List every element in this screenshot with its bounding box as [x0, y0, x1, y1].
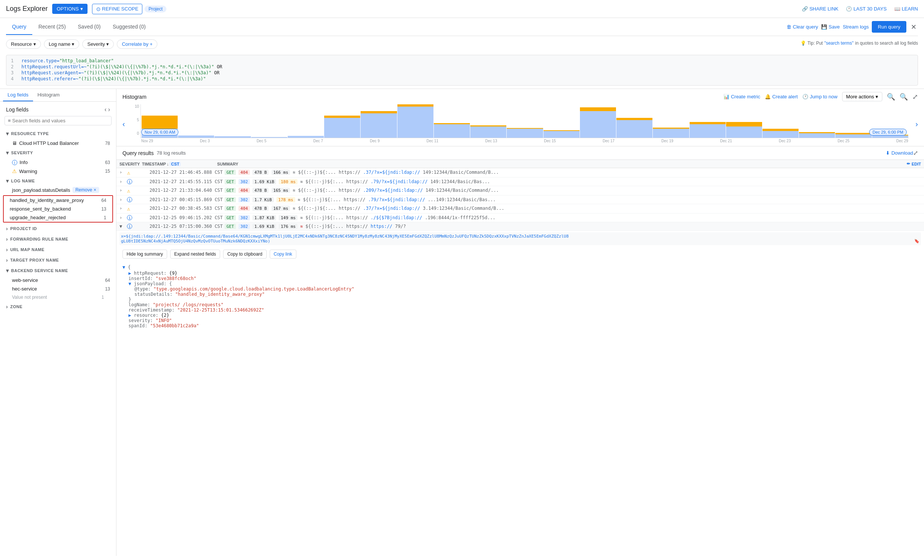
info-icon: i — [127, 197, 132, 202]
target-proxy-header[interactable]: › TARGET PROXY NAME — [0, 255, 116, 265]
range-label-right[interactable]: Dec 29, 6:00 PM — [869, 129, 907, 135]
timezone-selector[interactable]: CST — [169, 162, 181, 166]
col-timestamp[interactable]: TIMESTAMP ↓ CST — [142, 162, 217, 166]
log-row[interactable]: › i 2021-12-27 00:45:15.869 CST GET 302 … — [116, 196, 924, 204]
range-label-left[interactable]: Nov 29, 6:00 AM — [141, 129, 178, 135]
chart-main: Nov 29Dec 3Dec 5Dec 7Dec 9Dec 11Dec 13De… — [140, 104, 909, 143]
log-timestamp: 2021-12-25 09:46:15.202 CST — [149, 215, 225, 220]
expand-arrow[interactable]: › — [119, 215, 125, 220]
bar-info — [653, 129, 689, 138]
field-item-info[interactable]: i Info 63 — [0, 158, 116, 167]
bar-info — [835, 134, 871, 138]
log-row[interactable]: › ⚠ 2021-12-27 21:46:45.888 CST GET 404 … — [116, 168, 924, 178]
bar-info — [507, 129, 543, 138]
log-row[interactable]: › ⚠ 2021-12-27 00:38:45.583 CST GET 404 … — [116, 204, 924, 214]
log-row[interactable]: › ⚠ 2021-12-27 21:33:04.640 CST GET 404 … — [116, 186, 924, 196]
jump-to-now-button[interactable]: 🕐 Jump to now — [802, 94, 838, 99]
copy-clipboard-button[interactable]: Copy to clipboard — [223, 250, 266, 259]
tab-recent[interactable]: Recent (25) — [32, 19, 72, 35]
x-label: Dec 9 — [370, 139, 380, 143]
bar-info — [762, 131, 799, 138]
chart-nav-right-button[interactable]: › — [915, 119, 918, 128]
bar-info — [361, 113, 397, 138]
query-bar: Query Recent (25) Saved (0) Suggested (0… — [0, 18, 924, 89]
expand-arrow[interactable]: › — [119, 170, 125, 175]
save-button[interactable]: 💾 Save — [821, 24, 840, 30]
resource-chip[interactable]: Resource ▾ — [6, 39, 41, 49]
create-alert-button[interactable]: 🔔 Create alert — [765, 94, 798, 99]
forwarding-rule-header[interactable]: › FORWARDING RULE NAME — [0, 234, 116, 244]
query-editor[interactable]: 1 resource.type="http_load_balancer" 2 h… — [6, 55, 918, 86]
field-item-web-service[interactable]: web-service 64 — [0, 276, 116, 285]
hide-summary-button[interactable]: Hide log summary — [122, 250, 167, 259]
correlate-by-chip[interactable]: Correlate by + — [117, 39, 157, 49]
expand-arrow[interactable]: ▼ — [119, 224, 125, 229]
log-row[interactable]: › i 2021-12-27 21:45:55.115 CST GET 302 … — [116, 178, 924, 186]
share-link-button[interactable]: 🔗 SHARE LINK — [802, 6, 838, 12]
zoom-out-button[interactable]: 🔍 — [887, 93, 895, 101]
expand-resource[interactable]: ▶ — [128, 313, 131, 318]
severity-header[interactable]: ▾ SEVERITY — [0, 148, 116, 158]
create-metric-button[interactable]: 📊 Create metric — [723, 94, 760, 99]
log-name-items-box: handled_by_identity_aware_proxy 64 respo… — [3, 195, 113, 223]
field-item-warning[interactable]: ⚠ Warning 15 — [0, 167, 116, 176]
expand-arrow[interactable]: › — [119, 206, 125, 211]
run-query-button[interactable]: Run query — [872, 21, 906, 33]
filter-value-label[interactable]: json_payload.statusDetails — [12, 187, 70, 193]
project-id-header[interactable]: › PROJECT ID — [0, 223, 116, 234]
expand-fields-button[interactable]: Expand nested fields — [170, 250, 220, 259]
search-box[interactable]: ≡ — [5, 116, 112, 125]
bar-info — [324, 118, 360, 138]
field-item-cloud-http[interactable]: 🖥 Cloud HTTP Load Balancer 78 — [0, 139, 116, 148]
tab-histogram[interactable]: Histogram — [33, 89, 64, 101]
tab-log-fields[interactable]: Log fields — [3, 89, 33, 101]
search-input[interactable] — [12, 118, 108, 123]
stream-logs-button[interactable]: Stream logs — [843, 24, 869, 30]
field-item-handled[interactable]: handled_by_identity_aware_proxy 64 — [4, 196, 112, 205]
clock-icon: 🕐 — [802, 94, 808, 99]
zone-header[interactable]: › ZONE — [0, 301, 116, 312]
backend-service-header[interactable]: ▾ BACKEND SERVICE NAME — [0, 265, 116, 276]
close-button[interactable]: ✕ — [909, 21, 918, 33]
severity-chip[interactable]: Severity ▾ — [82, 39, 114, 49]
options-button[interactable]: OPTIONS ▾ — [52, 4, 88, 14]
bars-area — [140, 104, 909, 138]
field-item-upgrade[interactable]: upgrade_header_rejected 1 — [4, 213, 112, 222]
remove-filter-badge[interactable]: Remove × — [72, 187, 100, 193]
tab-query[interactable]: Query — [6, 19, 32, 35]
expanded-log-row[interactable]: ▼ i 2021-12-25 07:15:00.360 CST GET 302 … — [116, 222, 924, 231]
learn-button[interactable]: 📖 LEARN — [894, 6, 918, 12]
more-actions-button[interactable]: More actions ▾ — [842, 92, 882, 101]
expand-arrow[interactable]: › — [119, 197, 125, 202]
warning-icon: ⚠ — [12, 168, 17, 174]
col-edit[interactable]: ✏ EDIT — [907, 161, 921, 166]
field-item-hec-service[interactable]: hec-service 13 — [0, 285, 116, 293]
log-name-header[interactable]: ▾ LOG NAME — [0, 176, 116, 186]
log-row[interactable]: › i 2021-12-25 09:46:15.202 CST GET 302 … — [116, 214, 924, 222]
panel-nav-right[interactable]: › — [108, 106, 110, 113]
refine-scope-button[interactable]: ⊙ REFINE SCOPE — [92, 4, 143, 14]
zoom-in-button[interactable]: 🔍 — [900, 93, 908, 101]
tab-saved[interactable]: Saved (0) — [72, 19, 107, 35]
tab-suggested[interactable]: Suggested (0) — [107, 19, 152, 35]
expand-arrow[interactable]: › — [119, 188, 125, 193]
clear-query-button[interactable]: 🗑 Clear query — [787, 24, 818, 30]
bookmark-icon[interactable]: 🔖 — [914, 239, 919, 244]
last-days-button[interactable]: 🕐 LAST 30 DAYS — [846, 6, 886, 12]
expand-http-request[interactable]: ▶ — [128, 271, 131, 276]
resource-type-header[interactable]: ▾ RESOURCE TYPE — [0, 128, 116, 139]
expand-histogram-button[interactable]: ⤢ — [912, 93, 918, 101]
url-map-name-header[interactable]: › URL MAP NAME — [0, 244, 116, 255]
field-item-response[interactable]: response_sent_by_backend 13 — [4, 205, 112, 213]
expand-json-root[interactable]: ▼ — [122, 265, 125, 270]
expand-results-button[interactable]: ⤢ — [913, 149, 918, 157]
copy-link-button[interactable]: Copy link — [270, 250, 296, 259]
expand-json-payload[interactable]: ▼ — [128, 281, 131, 286]
chart-nav-left-button[interactable]: ‹ — [122, 119, 125, 128]
log-timestamp: 2021-12-25 07:15:00.360 CST — [149, 224, 225, 229]
expand-arrow[interactable]: › — [119, 179, 125, 184]
log-name-chip[interactable]: Log name ▾ — [44, 39, 80, 49]
panel-nav-left[interactable]: ‹ — [104, 106, 106, 113]
log-timestamp: 2021-12-27 21:45:55.115 CST — [149, 179, 225, 184]
download-button[interactable]: ⬇ Download — [886, 150, 913, 156]
